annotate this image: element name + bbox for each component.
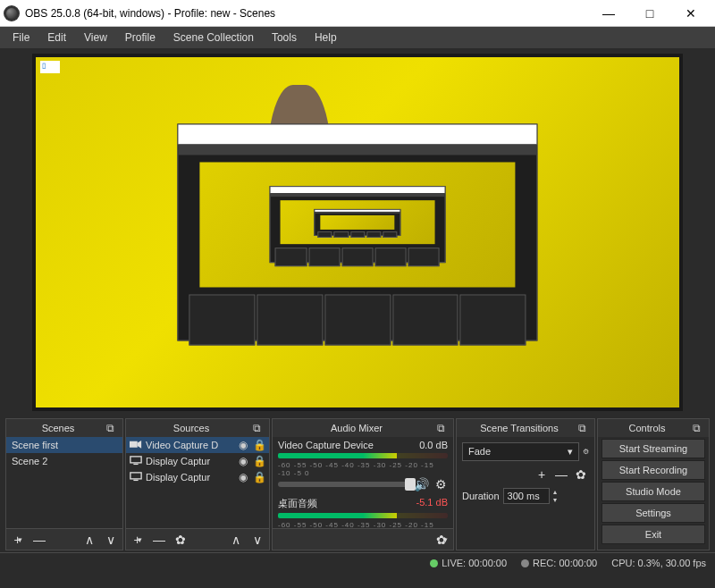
sources-list[interactable]: Video Capture D ◉ 🔒 Display Captur ◉ 🔒 D… — [126, 437, 269, 528]
transitions-panel: Scene Transitions ⧉ Fade ▾ ⚙ + — ✿ Durat… — [456, 418, 595, 550]
remove-transition-button[interactable]: — — [553, 466, 569, 483]
svg-rect-1 — [130, 457, 141, 463]
popout-icon[interactable]: ⧉ — [106, 422, 119, 434]
exit-button[interactable]: Exit — [601, 525, 705, 544]
window-titlebar: OBS 25.0.8 (64-bit, windows) - Profile: … — [0, 0, 715, 27]
maximize-button[interactable]: □ — [629, 0, 670, 27]
meter-ticks: -60 -55 -50 -45 -40 -35 -30 -25 -20 -15 … — [278, 461, 448, 477]
window-title: OBS 25.0.8 (64-bit, windows) - Profile: … — [25, 7, 588, 20]
menu-tools[interactable]: Tools — [263, 29, 306, 46]
move-up-icon[interactable]: ∧ — [81, 532, 97, 548]
minimize-button[interactable]: — — [588, 0, 629, 27]
popout-icon[interactable]: ⧉ — [253, 422, 265, 434]
start-recording-button[interactable]: Start Recording — [601, 460, 705, 480]
transition-props-button[interactable]: ✿ — [573, 466, 589, 483]
popout-icon[interactable]: ⧉ — [693, 422, 705, 434]
channel-name: 桌面音频 — [278, 497, 317, 510]
volume-slider[interactable] — [278, 482, 408, 487]
svg-rect-2 — [133, 464, 138, 465]
channel-db: 0.0 dB — [419, 440, 448, 450]
settings-button[interactable]: Settings — [601, 503, 705, 523]
preview-area[interactable]: ▯ — [32, 54, 683, 411]
svg-rect-0 — [130, 441, 138, 448]
chevron-down-icon: ▾ — [568, 446, 573, 458]
rec-indicator-icon — [521, 559, 529, 567]
gear-icon[interactable]: ⚙ — [433, 477, 448, 491]
source-item[interactable]: Display Captur ◉ 🔒 — [126, 453, 269, 469]
source-tag: ▯ — [40, 61, 60, 73]
transition-gear-icon[interactable]: ⚙ — [583, 448, 589, 456]
move-down-icon[interactable]: ∨ — [103, 532, 119, 548]
scene-item[interactable]: Scene first — [6, 437, 122, 453]
menu-edit[interactable]: Edit — [38, 29, 75, 46]
audio-mixer-panel: Audio Mixer ⧉ Video Capture Device 0.0 d… — [272, 418, 454, 550]
menu-bar: File Edit View Profile Scene Collection … — [0, 27, 715, 48]
duration-input[interactable]: 300 ms — [503, 488, 550, 504]
scenes-header: Scenes — [10, 423, 106, 433]
lock-icon[interactable]: 🔒 — [253, 471, 265, 483]
spin-down-icon[interactable]: ▾ — [553, 496, 557, 504]
controls-panel: Controls ⧉ Start Streaming Start Recordi… — [597, 418, 710, 550]
lock-icon[interactable]: 🔒 — [253, 455, 265, 467]
studio-mode-button[interactable]: Studio Mode — [601, 482, 705, 501]
scenes-list[interactable]: Scene first Scene 2 — [6, 437, 122, 528]
cpu-status: CPU: 0.3%, 30.00 fps — [611, 558, 706, 568]
status-bar: LIVE: 00:00:00 REC: 00:00:00 CPU: 0.3%, … — [0, 552, 715, 572]
level-meter — [278, 513, 448, 518]
visibility-icon[interactable]: ◉ — [237, 439, 249, 451]
popout-icon[interactable]: ⧉ — [578, 422, 591, 434]
spin-up-icon[interactable]: ▴ — [553, 488, 557, 496]
transitions-header: Scene Transitions — [460, 423, 578, 433]
menu-profile[interactable]: Profile — [116, 29, 164, 46]
scenes-panel: Scenes ⧉ Scene first Scene 2 +▾ — ∧ ∨ — [5, 418, 123, 550]
source-item[interactable]: Display Captur ◉ 🔒 — [126, 469, 269, 485]
menu-help[interactable]: Help — [306, 29, 346, 46]
channel-db: -5.1 dB — [416, 497, 448, 510]
close-button[interactable]: ✕ — [670, 0, 711, 27]
source-item[interactable]: Video Capture D ◉ 🔒 — [126, 437, 269, 453]
controls-header: Controls — [601, 423, 693, 433]
add-scene-button[interactable]: +▾ — [10, 532, 26, 548]
monitor-icon — [130, 456, 142, 466]
mixer-header: Audio Mixer — [276, 423, 437, 433]
monitor-icon — [130, 472, 142, 483]
remove-source-button[interactable]: — — [151, 532, 167, 548]
mixer-settings-button[interactable]: ✿▾ — [433, 532, 450, 548]
svg-rect-3 — [130, 473, 141, 479]
mixer-channel: Video Capture Device 0.0 dB -60 -55 -50 … — [273, 437, 453, 494]
meter-ticks: -60 -55 -50 -45 -40 -35 -30 -25 -20 -15 … — [278, 521, 448, 528]
channel-name: Video Capture Device — [278, 440, 374, 450]
menu-view[interactable]: View — [75, 29, 116, 46]
sources-panel: Sources ⧉ Video Capture D ◉ 🔒 Display Ca… — [125, 418, 270, 550]
move-up-icon[interactable]: ∧ — [228, 532, 244, 548]
lock-icon[interactable]: 🔒 — [253, 439, 265, 451]
add-source-button[interactable]: +▾ — [130, 532, 146, 548]
menu-file[interactable]: File — [4, 29, 38, 46]
remove-scene-button[interactable]: — — [31, 532, 47, 548]
transition-select[interactable]: Fade ▾ — [462, 442, 579, 461]
start-streaming-button[interactable]: Start Streaming — [601, 439, 705, 458]
popout-icon[interactable]: ⧉ — [437, 422, 450, 434]
sources-header: Sources — [130, 423, 253, 433]
add-transition-button[interactable]: + — [534, 466, 550, 483]
menu-scene-collection[interactable]: Scene Collection — [164, 29, 263, 46]
live-indicator-icon — [430, 559, 438, 567]
source-settings-button[interactable]: ✿ — [172, 532, 189, 548]
move-down-icon[interactable]: ∨ — [249, 532, 265, 548]
svg-rect-4 — [133, 480, 138, 481]
speaker-icon[interactable]: 🔊 — [414, 477, 428, 491]
level-meter — [278, 453, 448, 458]
camera-icon — [130, 440, 142, 450]
visibility-icon[interactable]: ◉ — [237, 471, 249, 483]
scene-item[interactable]: Scene 2 — [6, 453, 122, 469]
duration-label: Duration — [462, 491, 500, 501]
mixer-channel: 桌面音频 -5.1 dB -60 -55 -50 -45 -40 -35 -30… — [273, 494, 453, 528]
app-icon — [4, 5, 20, 21]
visibility-icon[interactable]: ◉ — [237, 455, 249, 467]
